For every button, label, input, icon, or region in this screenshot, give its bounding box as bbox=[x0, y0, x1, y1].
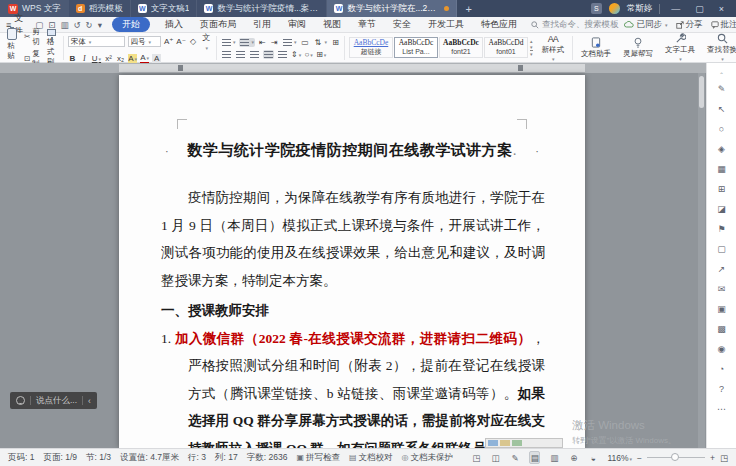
superscript-button[interactable]: x² bbox=[104, 54, 113, 63]
tab-view[interactable]: 视图 bbox=[321, 17, 343, 32]
close-button[interactable]: × bbox=[715, 4, 728, 14]
text-tools-button[interactable]: 文字工具 bbox=[661, 33, 699, 62]
vertical-scrollbar[interactable] bbox=[698, 73, 705, 448]
message-center-icon[interactable]: S bbox=[591, 3, 602, 14]
tab-security[interactable]: 安全 bbox=[391, 17, 413, 32]
new-style-button[interactable]: AA 新样式 bbox=[538, 34, 569, 62]
user-name[interactable]: 常斯婷 bbox=[627, 3, 653, 15]
outline-view-button[interactable]: ▥ bbox=[549, 451, 559, 464]
style-font01[interactable]: AaBbCcDd font01 bbox=[484, 37, 528, 58]
increase-font-button[interactable]: A⁺ bbox=[164, 37, 173, 46]
borders-button[interactable]: ⊞ bbox=[316, 50, 326, 59]
gallery-more-icon[interactable]: ▾ bbox=[530, 50, 533, 57]
cloud-sync-button[interactable]: 已同步 bbox=[624, 19, 667, 31]
zoom-level[interactable]: 116% bbox=[607, 453, 632, 463]
share-export-icon[interactable]: ↗ bbox=[707, 259, 736, 279]
find-replace-button[interactable]: 查找替换 bbox=[703, 33, 736, 62]
bold-button[interactable]: B bbox=[68, 54, 77, 63]
subscript-button[interactable]: x₂ bbox=[116, 54, 125, 63]
paragraph-frame-button[interactable]: ▭ bbox=[300, 38, 309, 47]
tab-page-layout[interactable]: 页面布局 bbox=[198, 17, 238, 32]
char-shading-button[interactable]: A bbox=[152, 54, 161, 63]
clear-format-button[interactable]: ◇ bbox=[189, 37, 198, 46]
zoom-slider[interactable] bbox=[647, 457, 705, 458]
kanban-icon[interactable]: ▣ bbox=[707, 299, 736, 319]
split-view-button[interactable]: ◫ bbox=[490, 451, 500, 464]
share-button[interactable]: 分享 bbox=[676, 19, 703, 31]
smart-write-button[interactable]: 灵犀帮写 bbox=[619, 37, 657, 59]
record-icon[interactable]: ◉ bbox=[707, 339, 736, 359]
decrease-font-button[interactable]: A⁻ bbox=[176, 37, 185, 46]
new-tab-button[interactable]: + bbox=[457, 0, 479, 17]
fit-page-button[interactable]: ◳ bbox=[720, 453, 728, 463]
user-avatar[interactable] bbox=[609, 3, 620, 14]
bullet-list-button[interactable] bbox=[221, 38, 237, 47]
eye-protect-button[interactable]: ◒ bbox=[588, 451, 598, 464]
chart-icon[interactable]: ◪ bbox=[707, 199, 736, 219]
doc-assistant-button[interactable]: 文档助手 bbox=[577, 37, 615, 59]
cursor-select-icon[interactable]: ↖ bbox=[707, 99, 736, 119]
justify-button[interactable] bbox=[263, 50, 274, 59]
scrollbar-thumb[interactable] bbox=[699, 76, 704, 108]
horizontal-ruler[interactable] bbox=[0, 63, 706, 73]
tab-home[interactable]: 开始 bbox=[112, 17, 150, 32]
table-icon[interactable]: ▦ bbox=[707, 159, 736, 179]
comment-button[interactable]: 批注 bbox=[711, 19, 736, 31]
mail-icon[interactable]: ✉ bbox=[707, 279, 736, 299]
align-left-button[interactable] bbox=[221, 50, 232, 59]
zoom-slider-knob[interactable] bbox=[671, 453, 679, 461]
widget-collapse-icon[interactable]: ‹ bbox=[88, 396, 91, 406]
tab-docer-templates[interactable]: d 稻壳模板 bbox=[69, 0, 131, 17]
spell-check-button[interactable]: ▣拼写检查 bbox=[296, 452, 340, 464]
font-size-select[interactable]: 四号 bbox=[128, 36, 161, 47]
right-indent-marker[interactable] bbox=[518, 65, 523, 71]
ink-view-button[interactable]: ✎ bbox=[510, 451, 520, 464]
shading-button[interactable]: ○ bbox=[304, 50, 313, 59]
left-indent-marker[interactable] bbox=[178, 65, 183, 71]
embedded-image-partial[interactable] bbox=[485, 438, 563, 448]
tab-section[interactable]: 章节 bbox=[356, 17, 378, 32]
doc-proof-button[interactable]: ▤文档校对 bbox=[349, 452, 393, 464]
comment-input[interactable]: 说点什么... bbox=[36, 395, 77, 407]
zoom-out-button[interactable]: − bbox=[637, 453, 642, 463]
redo-icon[interactable]: ↻ bbox=[86, 20, 93, 30]
tab-review[interactable]: 审阅 bbox=[286, 17, 308, 32]
zoom-in-button[interactable]: + bbox=[710, 453, 715, 463]
command-search-input[interactable]: 查找命令、搜索模板 bbox=[531, 19, 619, 31]
sidebar-collapse-icon[interactable]: ⌃ bbox=[707, 69, 736, 79]
highlight-color-button[interactable]: A bbox=[128, 54, 137, 64]
tab-document-1[interactable]: W 文字文稿1 bbox=[131, 0, 198, 17]
paragraph-spacing-button[interactable]: ⇕ bbox=[291, 50, 301, 59]
flag-settings-icon[interactable]: ⚑ bbox=[707, 219, 736, 239]
align-center-button[interactable] bbox=[235, 50, 246, 59]
undo-icon[interactable]: ↺ bbox=[73, 20, 80, 30]
decrease-indent-button[interactable]: ⇤ bbox=[258, 38, 267, 47]
doc-protect-button[interactable]: ◎文档未保护 bbox=[402, 452, 453, 464]
text-direction-button[interactable] bbox=[282, 38, 298, 47]
annotate-pen-icon[interactable]: ✎ bbox=[707, 79, 736, 99]
tab-document-2[interactable]: W 数学与统计学院疫情...案20220106 bbox=[197, 0, 327, 17]
style-font21[interactable]: AaBbCcDc font21 bbox=[439, 37, 483, 58]
align-right-button[interactable] bbox=[249, 50, 260, 59]
font-color-button[interactable]: A bbox=[140, 54, 149, 64]
layers-icon[interactable]: ▢ bbox=[707, 239, 736, 259]
format-painter-button[interactable]: 格式刷 bbox=[44, 29, 59, 67]
border-grid-button[interactable]: ⊞ bbox=[331, 38, 340, 47]
status-word-count[interactable]: 字数: 2636 bbox=[247, 452, 288, 464]
image-icon[interactable]: ▩ bbox=[707, 319, 736, 339]
lasso-icon[interactable]: ○ bbox=[707, 119, 736, 139]
underline-button[interactable]: U bbox=[92, 54, 101, 63]
fullscreen-view-button[interactable]: ◳ bbox=[471, 451, 481, 464]
italic-button[interactable]: I bbox=[80, 54, 89, 63]
tab-special-features[interactable]: 特色应用 bbox=[479, 17, 519, 32]
style-list-paragraph[interactable]: AaBbCcDc List Pa... bbox=[394, 37, 438, 58]
pinyin-guide-button[interactable]: 文 bbox=[201, 32, 212, 52]
numbered-list-button[interactable] bbox=[239, 38, 255, 47]
quick-comment-widget[interactable]: 说点什么... ‹ bbox=[10, 392, 97, 409]
shape-icon[interactable]: ◈ bbox=[707, 139, 736, 159]
line-spacing-button[interactable]: ⇅ bbox=[312, 37, 328, 48]
tab-references[interactable]: 引用 bbox=[251, 17, 273, 32]
print-icon[interactable]: ▥ bbox=[60, 20, 68, 30]
distribute-button[interactable] bbox=[277, 50, 288, 59]
tab-dev-tools[interactable]: 开发工具 bbox=[426, 17, 466, 32]
